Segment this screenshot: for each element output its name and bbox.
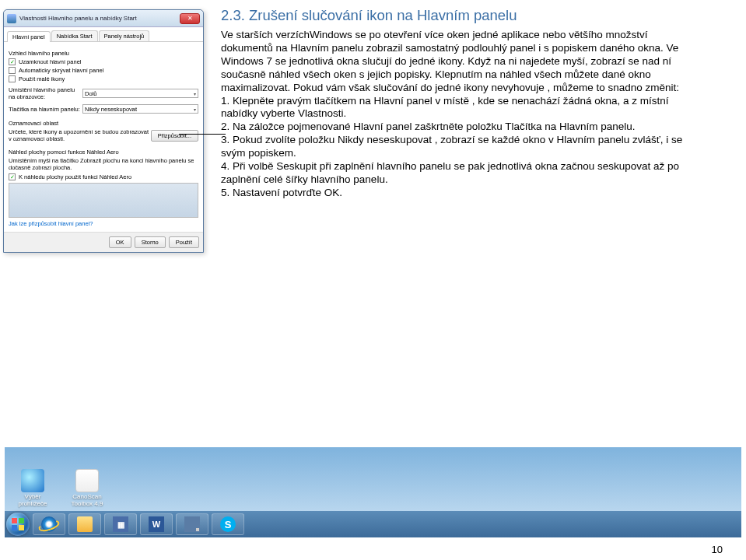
para-step-2: 2. Na záložce pojmenované Hlavní panel z…: [221, 121, 695, 134]
ie-icon: [41, 516, 57, 532]
floppy-icon: [184, 516, 200, 532]
taskbar: ▦ W S: [5, 511, 741, 537]
taskbar-screenshot: Výběr prohlížeče CanoScan Toolbox 4.9 ▦ …: [5, 447, 741, 537]
tab-nabidka-start[interactable]: Nabídka Start: [51, 30, 98, 41]
section-heading: 2.3. Zrušení slučování ikon na Hlavním p…: [221, 6, 695, 24]
folder-icon: [77, 516, 93, 532]
globe-icon: [21, 469, 44, 492]
help-link[interactable]: Jak lze přizpůsobit hlavní panel?: [9, 220, 198, 227]
label-small-icons: Použít malé ikony: [19, 75, 65, 82]
label-position: Umístění hlavního panelu na obrazovce:: [9, 86, 82, 100]
taskbar-skype[interactable]: S: [212, 513, 244, 535]
label-notification-desc: Určete, které ikony a upozornění se budo…: [9, 128, 151, 142]
ok-button[interactable]: OK: [109, 236, 131, 248]
tab-hlavni-panel[interactable]: Hlavní panel: [7, 31, 51, 42]
section-aero: Náhled plochy pomocí funkce Náhled Aero: [9, 149, 198, 156]
page-number: 10: [712, 544, 723, 555]
label-autohide: Automaticky skrývat hlavní panel: [19, 67, 103, 74]
start-button[interactable]: [6, 513, 30, 536]
body-text: Ve starších verzíchWindows se po otevřen…: [221, 29, 695, 199]
dialog-title: Vlastnosti Hlavního panelu a nabídky Sta…: [19, 15, 180, 22]
label-buttons: Tlačítka na hlavním panelu:: [9, 106, 82, 113]
para-step-4: 4. Při volbě Seskupit při zaplnění hlavn…: [221, 160, 695, 187]
checkbox-small-icons[interactable]: [9, 75, 16, 82]
desktop-background: Výběr prohlížeče CanoScan Toolbox 4.9: [5, 447, 741, 511]
checkbox-lock[interactable]: ✓: [9, 58, 16, 65]
apply-button[interactable]: Použít: [169, 236, 199, 248]
dropdown-position-value: Dolů: [85, 90, 96, 97]
callout-arrow: [179, 134, 226, 135]
taskbar-word[interactable]: W: [140, 513, 173, 535]
tab-panely-nastroju[interactable]: Panely nástrojů: [99, 30, 150, 41]
app-icon: [7, 14, 16, 23]
para-step-1: 1. Klepněte pravým tlačítkem na Hlavní p…: [221, 95, 695, 121]
label-aero: K náhledu plochy použít funkci Náhled Ae…: [19, 173, 131, 180]
checkbox-autohide[interactable]: [9, 67, 16, 74]
titlebar[interactable]: Vlastnosti Hlavního panelu a nabídky Sta…: [4, 10, 203, 27]
aero-desc: Umístěním myši na tlačítko Zobrazit ploc…: [9, 157, 198, 171]
para-intro: Ve starších verzíchWindows se po otevřen…: [221, 29, 695, 94]
scanner-icon: [75, 469, 99, 492]
desktop-label-scanner: CanoScan Toolbox 4.9: [65, 494, 109, 508]
desktop-label-browser: Výběr prohlížeče: [11, 494, 54, 508]
properties-dialog: Vlastnosti Hlavního panelu a nabídky Sta…: [3, 9, 204, 253]
dropdown-buttons-value: Nikdy neseskupovat: [85, 106, 137, 113]
dropdown-buttons[interactable]: Nikdy neseskupovat: [82, 104, 198, 114]
customize-button[interactable]: Přizpůsobit...: [151, 130, 198, 142]
taskbar-explorer[interactable]: [68, 513, 101, 535]
checkbox-aero[interactable]: ✓: [9, 173, 16, 180]
section-notification: Oznamovací oblast: [9, 120, 198, 127]
dropdown-position[interactable]: Dolů: [82, 89, 198, 98]
close-icon[interactable]: ✕: [180, 13, 200, 24]
label-lock: Uzamknout hlavní panel: [19, 58, 81, 65]
para-step-5: 5. Nastavení potvrďte OK.: [221, 187, 695, 200]
skype-icon: S: [220, 516, 236, 532]
desktop-icon-browser[interactable]: Výběr prohlížeče: [11, 469, 54, 508]
word-icon: W: [149, 516, 164, 532]
section-appearance: Vzhled hlavního panelu: [9, 50, 198, 57]
tc-icon: ▦: [113, 516, 128, 532]
para-step-3: 3. Pokud zvolíte položku Nikdy neseskupo…: [221, 134, 695, 160]
dialog-tabs: Hlavní panel Nabídka Start Panely nástro…: [4, 27, 203, 42]
preview-image: [9, 183, 198, 218]
desktop-icon-scanner[interactable]: CanoScan Toolbox 4.9: [65, 469, 109, 508]
taskbar-save[interactable]: [176, 513, 208, 535]
taskbar-tc[interactable]: ▦: [104, 513, 137, 535]
cancel-button[interactable]: Storno: [135, 236, 166, 248]
taskbar-ie[interactable]: [33, 513, 65, 535]
